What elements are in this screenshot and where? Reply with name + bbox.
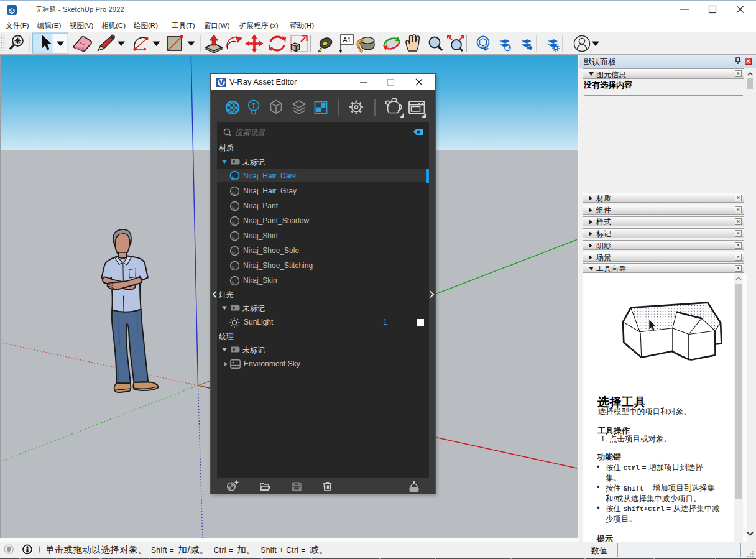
svg-text:A1: A1 [343,36,351,44]
